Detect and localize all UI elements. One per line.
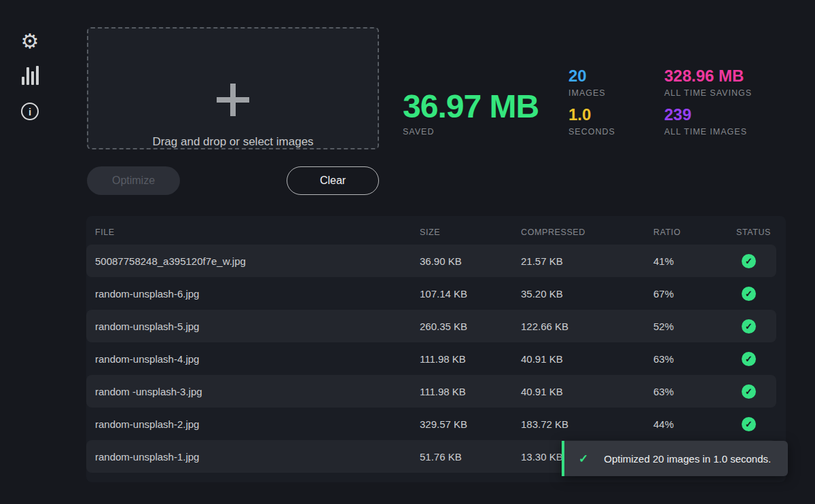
file-name: random-unsplash-6.jpg	[95, 288, 420, 300]
table-header-row: FILE SIZE COMPRESSED RATIO STATUS	[86, 216, 776, 245]
file-compressed: 40.91 KB	[521, 386, 653, 397]
clear-button[interactable]: Clear	[287, 166, 379, 195]
status-check-icon: ✓	[742, 352, 756, 366]
file-ratio: 44%	[653, 418, 736, 430]
stat-images: 20 IMAGES	[568, 67, 664, 98]
dropzone[interactable]: Drag and drop or select images	[87, 27, 379, 149]
status-check-icon: ✓	[742, 287, 756, 301]
gear-icon: ⚙	[21, 31, 39, 52]
file-size: 111.98 KB	[420, 386, 521, 397]
stat-images-value: 20	[568, 67, 664, 85]
stat-all-time-savings: 328.96 MB ALL TIME SAVINGS	[664, 67, 759, 98]
stat-all-time-images: 239 ALL TIME IMAGES	[664, 106, 786, 137]
app-window: ⚙ i Drag and drop or select images 36.97…	[0, 0, 815, 504]
status-check-icon: ✓	[742, 319, 756, 334]
table-row[interactable]: random-unsplash-2.jpg 329.57 KB 183.72 K…	[86, 408, 776, 440]
toast-notification: ✓ Optimized 20 images in 1.0 seconds.	[562, 441, 788, 476]
column-header-status: STATUS	[736, 228, 776, 237]
file-ratio: 41%	[653, 255, 736, 267]
status-check-icon: ✓	[742, 384, 756, 399]
sidebar: ⚙ i	[0, 0, 60, 504]
column-header-ratio: RATIO	[653, 228, 736, 237]
file-size: 107.14 KB	[420, 288, 521, 300]
table-row[interactable]: random-unsplash-4.jpg 111.98 KB 40.91 KB…	[86, 342, 776, 375]
file-compressed: 40.91 KB	[521, 353, 653, 365]
stat-all-time-images-value: 239	[664, 106, 786, 124]
file-size: 36.90 KB	[420, 255, 521, 267]
stat-all-time-savings-label: ALL TIME SAVINGS	[664, 88, 759, 98]
toast-message: Optimized 20 images in 1.0 seconds.	[604, 453, 771, 465]
file-size: 51.76 KB	[420, 451, 521, 463]
file-name: random-unsplash-2.jpg	[95, 418, 420, 430]
status-check-icon: ✓	[742, 254, 756, 268]
file-ratio: 52%	[653, 321, 736, 332]
optimize-button[interactable]: Optimize	[87, 166, 180, 195]
status-check-icon: ✓	[742, 417, 756, 431]
stat-images-label: IMAGES	[568, 88, 664, 98]
file-ratio: 63%	[653, 353, 736, 365]
file-name: random-unsplash-4.jpg	[95, 353, 420, 365]
stat-seconds: 1.0 SECONDS	[568, 106, 664, 137]
file-size: 260.35 KB	[420, 321, 521, 332]
file-size: 111.98 KB	[420, 353, 521, 365]
stat-seconds-label: SECONDS	[568, 127, 664, 137]
check-icon: ✓	[579, 452, 588, 466]
stat-all-time-images-label: ALL TIME IMAGES	[664, 127, 786, 137]
file-compressed: 183.72 KB	[521, 418, 653, 430]
table-row[interactable]: 50087758248_a395120f7e_w.jpg 36.90 KB 21…	[86, 245, 776, 277]
file-size: 329.57 KB	[420, 418, 521, 430]
table-row[interactable]: random-unsplash-6.jpg 107.14 KB 35.20 KB…	[86, 277, 776, 310]
plus-icon	[217, 84, 249, 116]
column-header-compressed: COMPRESSED	[521, 228, 653, 237]
column-header-size: SIZE	[420, 228, 521, 237]
file-ratio: 67%	[653, 288, 736, 300]
sidebar-item-stats[interactable]	[0, 62, 60, 89]
stat-all-time-savings-value: 328.96 MB	[664, 67, 759, 85]
file-name: random-unsplash-5.jpg	[95, 321, 420, 332]
stat-saved-value: 36.97 MB	[403, 90, 539, 124]
dropzone-label: Drag and drop or select images	[88, 135, 378, 149]
stat-saved-label: SAVED	[403, 127, 539, 137]
column-header-file: FILE	[95, 228, 420, 237]
file-name: random -unsplash-3.jpg	[95, 386, 420, 397]
info-icon: i	[21, 103, 39, 120]
table-row[interactable]: random -unsplash-3.jpg 111.98 KB 40.91 K…	[86, 375, 776, 408]
sidebar-item-about[interactable]: i	[0, 98, 60, 125]
bar-chart-icon	[22, 66, 39, 85]
sidebar-item-settings[interactable]: ⚙	[0, 28, 60, 55]
stat-seconds-value: 1.0	[568, 106, 664, 124]
file-compressed: 21.57 KB	[521, 255, 653, 267]
file-compressed: 35.20 KB	[521, 288, 653, 300]
table-row[interactable]: random-unsplash-5.jpg 260.35 KB 122.66 K…	[86, 310, 776, 342]
file-name: 50087758248_a395120f7e_w.jpg	[95, 255, 420, 267]
file-compressed: 122.66 KB	[521, 321, 653, 332]
stat-saved: 36.97 MB SAVED	[403, 90, 539, 137]
file-name: random-unsplash-1.jpg	[95, 451, 420, 463]
file-ratio: 63%	[653, 386, 736, 397]
